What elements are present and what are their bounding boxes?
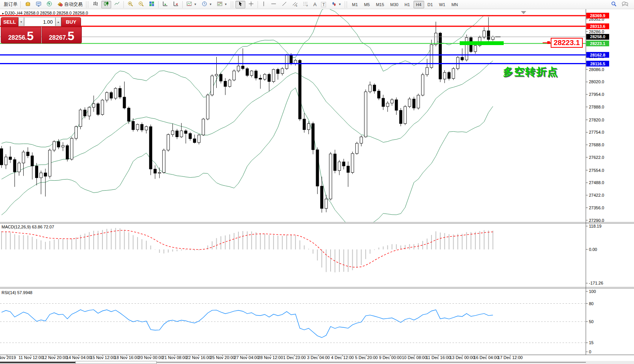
svg-text:28286.0: 28286.0 [589, 29, 604, 34]
svg-text:F: F [306, 5, 308, 7]
timeframe-button-m30[interactable]: M30 [388, 1, 401, 8]
chart-window[interactable]: 28352.028286.028220.028154.028086.028020… [0, 9, 634, 361]
svg-text:9 Dec 00:00: 9 Dec 00:00 [379, 355, 402, 360]
candlestick-chart-icon [103, 1, 109, 8]
fibonacci-tool-button[interactable]: F [301, 1, 311, 8]
callout-anchor [547, 41, 550, 44]
timeframe-button-w1[interactable]: W1 [436, 1, 448, 8]
search-button[interactable] [609, 1, 619, 8]
price-pointer-icon: ▸ [2, 11, 4, 15]
scrollbar-thumb[interactable] [0, 362, 75, 363]
sell-button[interactable]: SELL [1, 17, 18, 26]
window-bottom-border [157, 362, 586, 362]
svg-text:27820.0: 27820.0 [589, 118, 604, 122]
cursor-tool-button[interactable] [235, 1, 245, 8]
svg-text:28258.0: 28258.0 [590, 34, 605, 39]
svg-text:27488.0: 27488.0 [589, 180, 604, 185]
zoom-in-icon [127, 1, 133, 8]
dropdown-arrow-icon: ▼ [224, 3, 227, 6]
dropdown-arrow-icon: ▼ [338, 3, 341, 6]
auto-trading-icon [57, 1, 63, 8]
text-label-tool-button[interactable]: T [319, 1, 328, 8]
candlestick-chart-button[interactable] [101, 1, 111, 8]
bar-chart-button[interactable] [91, 1, 101, 8]
volume-input[interactable]: 1.00 [24, 17, 55, 26]
svg-text:27622.0: 27622.0 [589, 155, 604, 160]
mt4-window: 新订单 自动交易 ▼ ▼ ▼ E F A [0, 0, 634, 364]
crosshair-tool-button[interactable] [246, 1, 256, 8]
price-callout-label[interactable]: 28223.1 [551, 38, 583, 48]
crosshair-icon [248, 1, 254, 8]
timeframe-button-h4[interactable]: H4 [413, 1, 424, 8]
svg-text:0.00: 0.00 [589, 247, 597, 252]
text-tool-button[interactable]: A [311, 1, 319, 8]
chart-annotation-text: 多空转折点 [503, 65, 558, 79]
market-icon [25, 1, 31, 8]
chat-icon [621, 1, 628, 8]
horizontal-line-icon [271, 1, 277, 8]
vertical-line-tool-button[interactable] [259, 1, 268, 8]
svg-text:50: 50 [589, 319, 593, 324]
tile-windows-button[interactable] [147, 1, 157, 8]
buy-button[interactable]: BUY [61, 17, 81, 26]
svg-text:28223.1: 28223.1 [590, 41, 605, 46]
line-chart-icon [114, 1, 120, 8]
indicators-button[interactable]: ▼ [184, 1, 199, 8]
channel-tool-button[interactable]: E [290, 1, 300, 8]
symbol-ohlc-line: ▸DJ30-,H4 28258.0 28258.0 28258.0 28258.… [2, 11, 88, 15]
svg-text:17 Dec 12:00: 17 Dec 12:00 [498, 355, 522, 360]
timeframe-button-m5[interactable]: M5 [361, 1, 372, 8]
chart-shift-icon [173, 1, 179, 8]
terminal-icon [36, 1, 42, 8]
svg-text:Nov 2019: Nov 2019 [0, 355, 16, 360]
svg-text:21 Nov 08:00: 21 Nov 08:00 [162, 355, 187, 360]
toolbar-separator [258, 1, 258, 8]
arrows-icon [331, 1, 337, 8]
toolbar-handle [88, 2, 89, 8]
svg-text:22 Nov 16:00: 22 Nov 16:00 [186, 355, 211, 360]
buy-price-display[interactable]: 28267.5 [42, 27, 82, 44]
svg-text:E: E [296, 5, 297, 7]
arrows-tool-button[interactable]: ▼ [329, 1, 343, 8]
terminal-button[interactable] [34, 1, 44, 8]
indicators-icon [186, 1, 192, 8]
sell-price-display[interactable]: 28256.5 [1, 27, 41, 44]
timeframe-button-m1[interactable]: M1 [349, 1, 360, 8]
scrollbar-box[interactable] [75, 361, 157, 364]
templates-button[interactable]: ▼ [215, 1, 229, 8]
periods-button[interactable]: ▼ [199, 1, 214, 8]
signals-button[interactable] [44, 1, 54, 8]
toolbar-separator [345, 1, 345, 8]
zoom-in-button[interactable] [125, 1, 135, 8]
chart-shift-button[interactable] [171, 1, 181, 8]
svg-text:18 Nov 16:00: 18 Nov 16:00 [114, 355, 139, 360]
chat-button[interactable] [619, 1, 630, 8]
zoom-out-button[interactable] [136, 1, 146, 8]
svg-text:13 Dec 00:00: 13 Dec 00:00 [450, 355, 475, 360]
trendline-tool-button[interactable] [279, 1, 289, 8]
rsi-panel-label: RSI(14) 57.9948 [2, 290, 32, 295]
clock-icon [201, 1, 208, 8]
market-button[interactable] [23, 1, 33, 8]
svg-text:5 Dec 20:00: 5 Dec 20:00 [355, 355, 378, 360]
line-chart-button[interactable] [112, 1, 122, 8]
volume-down-button[interactable]: ▼ [18, 17, 24, 26]
horizontal-line-tool-button[interactable] [269, 1, 279, 8]
svg-text:118.19: 118.19 [589, 224, 602, 228]
svg-text:15: 15 [589, 340, 593, 345]
svg-text:27888.0: 27888.0 [589, 105, 604, 109]
bottom-scroll-strip[interactable] [0, 361, 634, 364]
new-order-button[interactable]: 新订单 [2, 1, 19, 8]
dropdown-arrow-icon: ▼ [194, 3, 197, 6]
svg-text:28086.0: 28086.0 [589, 67, 604, 72]
auto-scroll-button[interactable] [160, 1, 170, 8]
timeframe-button-h1[interactable]: H1 [402, 1, 412, 8]
timeframe-button-m15[interactable]: M15 [373, 1, 387, 8]
fibonacci-icon: F [303, 1, 309, 8]
volume-up-button[interactable]: ▲ [55, 17, 61, 26]
toolbar-handle [347, 2, 348, 8]
timeframe-button-d1[interactable]: D1 [425, 1, 436, 8]
timeframe-button-mn[interactable]: MN [449, 1, 461, 8]
auto-trading-button[interactable]: 自动交易 [55, 1, 84, 8]
chart-canvas[interactable]: 28352.028286.028220.028154.028086.028020… [0, 9, 634, 361]
